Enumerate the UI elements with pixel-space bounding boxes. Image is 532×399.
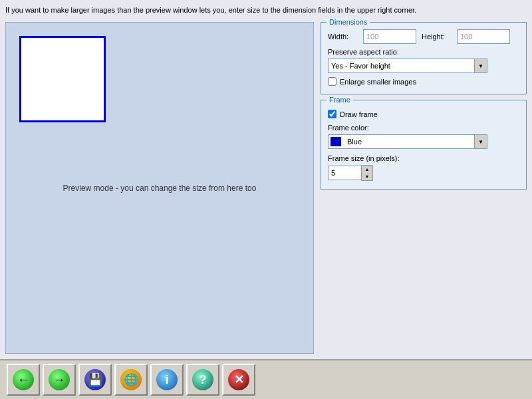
enlarge-row: Enlarge smaller images <box>328 77 519 86</box>
right-panel: Dimensions Width: Height: Preserve aspec… <box>321 22 527 354</box>
save-icon: 💾 <box>84 369 106 390</box>
help-icon: ? <box>192 369 213 390</box>
spinner-buttons: ▲ ▼ <box>361 165 373 181</box>
back-button[interactable]: ← <box>7 364 40 396</box>
enlarge-label[interactable]: Enlarge smaller images <box>340 78 416 86</box>
preview-area: Preview mode - you can change the size f… <box>5 22 314 354</box>
draw-frame-checkbox[interactable] <box>328 110 336 118</box>
aspect-ratio-select[interactable]: No Yes - Favor width Yes - Favor height … <box>328 59 487 73</box>
info-button[interactable]: i <box>150 364 184 396</box>
info-icon: i <box>156 369 178 390</box>
export-button[interactable]: 🌐 <box>114 364 148 396</box>
preview-image <box>19 36 106 122</box>
frame-group: Frame Draw frame Frame color: Black Whit… <box>321 100 527 190</box>
frame-color-wrapper: Black White Red Green Blue Yellow ▼ <box>328 134 487 149</box>
draw-frame-label[interactable]: Draw frame <box>340 110 378 118</box>
width-input[interactable] <box>363 29 416 44</box>
content-area: Preview mode - you can change the size f… <box>5 22 527 354</box>
frame-color-select[interactable]: Black White Red Green Blue Yellow <box>328 134 487 149</box>
width-label: Width: <box>328 33 358 41</box>
help-button[interactable]: ? <box>186 364 219 396</box>
close-icon: ✕ <box>228 369 249 390</box>
dimensions-title: Dimensions <box>327 18 370 26</box>
dimensions-fields: Width: Height: <box>328 29 519 44</box>
main-content: If you want to make larger images than t… <box>0 0 532 359</box>
enlarge-checkbox[interactable] <box>328 77 336 86</box>
draw-frame-row: Draw frame <box>328 110 519 118</box>
export-icon: 🌐 <box>120 369 142 390</box>
back-icon: ← <box>13 369 34 390</box>
frame-color-label: Frame color: <box>328 124 519 132</box>
bottom-toolbar: ← → 💾 🌐 i ? ✕ <box>0 359 532 399</box>
frame-size-input[interactable] <box>328 166 361 180</box>
frame-size-row: ▲ ▼ <box>328 165 519 181</box>
aspect-ratio-label: Preserve aspect ratio: <box>328 48 519 56</box>
preview-text: Preview mode - you can change the size f… <box>63 184 257 193</box>
frame-color-row: Black White Red Green Blue Yellow ▼ <box>328 134 519 149</box>
save-button[interactable]: 💾 <box>78 364 112 396</box>
height-label: Height: <box>422 33 452 41</box>
aspect-ratio-wrapper: No Yes - Favor width Yes - Favor height … <box>328 59 487 73</box>
dimensions-group: Dimensions Width: Height: Preserve aspec… <box>321 22 527 94</box>
frame-size-label: Frame size (in pixels): <box>328 154 519 162</box>
forward-icon: → <box>49 369 70 390</box>
close-button[interactable]: ✕ <box>222 364 255 396</box>
height-input[interactable] <box>457 29 510 44</box>
spinner-down[interactable]: ▼ <box>362 173 372 180</box>
spinner-up[interactable]: ▲ <box>362 166 372 173</box>
aspect-ratio-row: No Yes - Favor width Yes - Favor height … <box>328 59 519 73</box>
frame-title: Frame <box>327 96 353 104</box>
instruction-text: If you want to make larger images than t… <box>5 5 527 15</box>
forward-button[interactable]: → <box>43 364 76 396</box>
